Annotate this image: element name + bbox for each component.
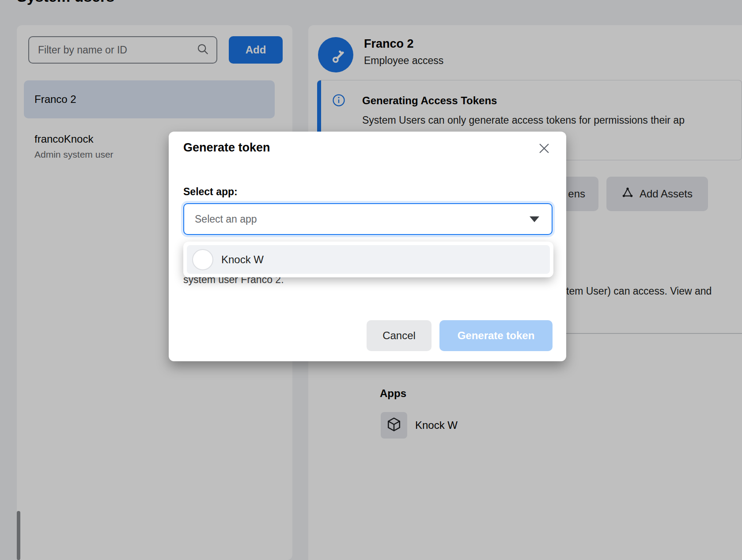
cancel-button[interactable]: Cancel xyxy=(367,320,432,351)
select-app-placeholder: Select an app xyxy=(195,213,530,225)
app-dropdown-menu: Knock W xyxy=(183,242,553,277)
generate-token-button[interactable]: Generate token xyxy=(439,320,553,351)
chevron-down-icon xyxy=(530,216,539,222)
app-option-name: Knock W xyxy=(221,254,264,266)
generate-token-button-label: Generate token xyxy=(458,329,535,342)
cancel-button-label: Cancel xyxy=(382,329,416,342)
select-app-dropdown[interactable]: Select an app xyxy=(183,203,553,235)
select-app-label: Select app: xyxy=(183,186,238,198)
generate-token-modal: Generate token Select app: system user F… xyxy=(169,132,566,361)
app-option-knock-w[interactable]: Knock W xyxy=(187,245,550,274)
modal-title: Generate token xyxy=(183,141,270,155)
app-option-avatar xyxy=(192,249,213,270)
close-icon[interactable] xyxy=(538,142,550,155)
